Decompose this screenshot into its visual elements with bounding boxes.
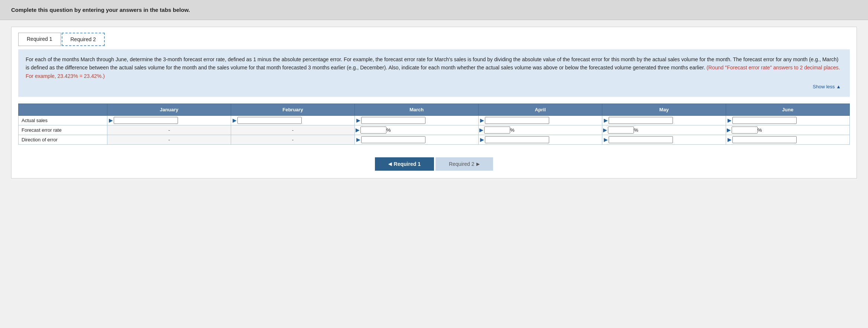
- nav-buttons: ◀ Required 1 Required 2 ▶: [12, 151, 856, 178]
- arrow-actual-may: ▶: [604, 117, 608, 123]
- actual-sales-mar-input[interactable]: [361, 117, 425, 124]
- tab-required2-label: Required 2: [71, 36, 96, 42]
- arrow-actual-feb: ▶: [233, 117, 237, 123]
- pct-may: %: [634, 127, 638, 133]
- direction-error-may-cell: ▶: [602, 135, 726, 144]
- forecast-error-feb-dash: -: [292, 127, 294, 133]
- arrow-ferr-jun: ▶: [727, 127, 731, 133]
- instruction-box: For each of the months March through Jun…: [18, 49, 850, 97]
- tabs-row: Required 1 Required 2: [12, 27, 856, 46]
- col-header-march: March: [355, 104, 479, 115]
- table-header-row: January February March April May June: [19, 104, 850, 115]
- arrow-dir-jun: ▶: [728, 137, 732, 142]
- row-label-forecast-error: Forecast error rate: [19, 125, 107, 135]
- forecast-error-may-cell: ▶ %: [602, 125, 726, 135]
- main-content: Required 1 Required 2 For each of the mo…: [11, 27, 857, 178]
- actual-sales-feb-cell: ▶: [231, 115, 355, 125]
- col-header-january: January: [107, 104, 231, 115]
- arrow-actual-jun: ▶: [728, 117, 732, 123]
- col-header-april: April: [479, 104, 602, 115]
- actual-sales-jun-cell: ▶: [726, 115, 849, 125]
- forecast-error-feb-cell: -: [231, 125, 355, 135]
- arrow-ferr-apr: ▶: [479, 127, 483, 133]
- tab-required2[interactable]: Required 2: [62, 33, 105, 46]
- forecast-error-apr-cell: ▶ %: [479, 125, 602, 135]
- arrow-ferr-may: ▶: [603, 127, 607, 133]
- forecast-error-may-input[interactable]: [608, 127, 634, 134]
- direction-error-mar-input[interactable]: [361, 136, 425, 143]
- row-actual-sales: Actual sales ▶ ▶: [19, 115, 850, 125]
- direction-error-jun-cell: ▶: [726, 135, 849, 144]
- actual-sales-apr-cell: ▶: [479, 115, 602, 125]
- right-chevron-icon: ▶: [476, 161, 480, 167]
- actual-sales-jan-cell: ▶: [107, 115, 231, 125]
- pct-apr: %: [510, 127, 515, 133]
- data-table: January February March April May June Ac…: [18, 104, 850, 145]
- direction-error-may-input[interactable]: [609, 136, 673, 143]
- actual-sales-mar-cell: ▶: [355, 115, 479, 125]
- direction-error-apr-input[interactable]: [485, 136, 549, 143]
- arrow-actual-jan: ▶: [109, 117, 113, 123]
- pct-mar: %: [386, 127, 391, 133]
- direction-error-feb-cell: -: [231, 135, 355, 144]
- table-section: January February March April May June Ac…: [18, 104, 850, 145]
- actual-sales-may-cell: ▶: [602, 115, 726, 125]
- left-chevron-icon: ◀: [388, 161, 392, 167]
- page-wrapper: Complete this question by entering your …: [0, 0, 868, 328]
- header-instruction: Complete this question by entering your …: [11, 7, 190, 13]
- col-header-june: June: [726, 104, 849, 115]
- forecast-error-mar-input[interactable]: [360, 127, 386, 134]
- nav-required1-label: Required 1: [394, 161, 421, 167]
- tab-required1-label: Required 1: [27, 36, 52, 42]
- arrow-ferr-mar: ▶: [356, 127, 360, 133]
- direction-error-apr-cell: ▶: [479, 135, 602, 144]
- arrow-dir-mar: ▶: [356, 137, 360, 142]
- pct-jun: %: [758, 127, 762, 133]
- direction-error-mar-cell: ▶: [355, 135, 479, 144]
- forecast-error-jun-input[interactable]: [732, 127, 758, 134]
- row-direction-error: Direction of error - - ▶: [19, 135, 850, 144]
- direction-error-jun-input[interactable]: [732, 136, 797, 143]
- actual-sales-jun-input[interactable]: [732, 117, 797, 124]
- arrow-dir-may: ▶: [604, 137, 608, 142]
- forecast-error-mar-cell: ▶ %: [355, 125, 479, 135]
- tab-required1[interactable]: Required 1: [18, 33, 61, 46]
- row-label-direction-error: Direction of error: [19, 135, 107, 144]
- nav-required1-button[interactable]: ◀ Required 1: [375, 157, 434, 171]
- header-bar: Complete this question by entering your …: [0, 0, 868, 20]
- actual-sales-may-input[interactable]: [609, 117, 673, 124]
- forecast-error-jun-cell: ▶ %: [726, 125, 849, 135]
- forecast-error-jan-cell: -: [107, 125, 231, 135]
- col-header-february: February: [231, 104, 355, 115]
- arrow-actual-mar: ▶: [356, 117, 360, 123]
- col-header-empty: [19, 104, 107, 115]
- forecast-error-jan-dash: -: [168, 127, 170, 133]
- nav-required2-label: Required 2: [449, 161, 475, 167]
- direction-error-jan-cell: -: [107, 135, 231, 144]
- direction-error-jan-dash: -: [168, 137, 170, 142]
- arrow-actual-apr: ▶: [480, 117, 484, 123]
- col-header-may: May: [602, 104, 726, 115]
- arrow-dir-apr: ▶: [480, 137, 484, 142]
- row-forecast-error: Forecast error rate - -: [19, 125, 850, 135]
- actual-sales-feb-input[interactable]: [237, 117, 302, 124]
- actual-sales-jan-input[interactable]: [114, 117, 178, 124]
- show-less-link[interactable]: Show less ▲: [26, 83, 842, 91]
- actual-sales-apr-input[interactable]: [485, 117, 549, 124]
- nav-required2-button[interactable]: Required 2 ▶: [435, 157, 493, 171]
- forecast-error-apr-input[interactable]: [484, 127, 510, 134]
- row-label-actual-sales: Actual sales: [19, 115, 107, 125]
- direction-error-feb-dash: -: [292, 137, 294, 142]
